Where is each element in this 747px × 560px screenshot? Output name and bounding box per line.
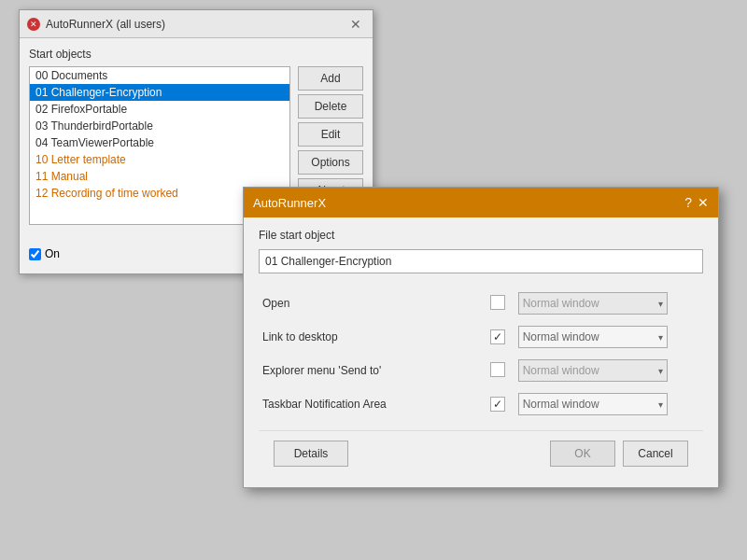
add-button[interactable]: Add xyxy=(298,66,363,91)
bg-window-title: AutoRunnerX (all users) xyxy=(46,18,165,31)
option-checkbox-3[interactable] xyxy=(490,397,505,412)
option-dropdown-text-0: Normal window xyxy=(523,297,599,310)
option-dropdown-cell-2: Normal window▾ xyxy=(514,354,703,387)
delete-button[interactable]: Delete xyxy=(298,94,363,119)
fg-dialog: AutoRunnerX ? ✕ File start object OpenNo… xyxy=(243,187,719,488)
app-icon xyxy=(27,18,40,31)
list-item[interactable]: 11 Manual xyxy=(30,168,289,185)
bg-titlebar: AutoRunnerX (all users) ✕ xyxy=(20,10,373,38)
details-button[interactable]: Details xyxy=(274,441,348,467)
options-table: OpenNormal window▾Link to desktopNormal … xyxy=(259,287,703,421)
option-label-0: Open xyxy=(259,287,481,320)
option-checkbox-cell-3 xyxy=(481,387,514,421)
option-label-2: Explorer menu 'Send to' xyxy=(259,354,481,387)
option-checkbox-cell-0 xyxy=(481,287,514,320)
option-dropdown-cell-0: Normal window▾ xyxy=(514,287,703,320)
list-item[interactable]: 04 TeamViewerPortable xyxy=(30,134,289,151)
option-dropdown-3[interactable]: Normal window▾ xyxy=(518,393,668,415)
option-dropdown-text-1: Normal window xyxy=(523,330,599,343)
list-item[interactable]: 02 FirefoxPortable xyxy=(30,101,289,118)
option-dropdown-cell-1: Normal window▾ xyxy=(514,320,703,354)
bg-title-left: AutoRunnerX (all users) xyxy=(27,18,165,31)
option-dropdown-cell-3: Normal window▾ xyxy=(514,387,703,421)
cancel-button[interactable]: Cancel xyxy=(623,441,688,467)
fg-titlebar: AutoRunnerX ? ✕ xyxy=(244,188,718,217)
file-name-input[interactable] xyxy=(259,249,703,273)
dropdown-arrow-0: ▾ xyxy=(658,299,663,309)
list-item[interactable]: 00 Documents xyxy=(30,67,289,84)
fg-help-button[interactable]: ? xyxy=(684,195,692,210)
option-dropdown-text-3: Normal window xyxy=(523,398,599,411)
dropdown-arrow-3: ▾ xyxy=(658,399,663,410)
option-dropdown-2: Normal window▾ xyxy=(518,359,668,382)
option-checkbox-0[interactable] xyxy=(490,295,505,310)
option-label-1: Link to desktop xyxy=(259,320,481,354)
on-checkbox[interactable] xyxy=(29,248,41,260)
fg-close-button[interactable]: ✕ xyxy=(698,195,709,210)
option-dropdown-text-2: Normal window xyxy=(523,364,599,377)
fg-footer: Details OK Cancel xyxy=(259,430,703,476)
edit-button[interactable]: Edit xyxy=(298,122,363,147)
group-label: Start objects xyxy=(29,48,363,61)
option-dropdown-1[interactable]: Normal window▾ xyxy=(518,326,668,348)
dropdown-arrow-2: ▾ xyxy=(658,366,663,376)
on-label: On xyxy=(45,247,60,260)
list-item[interactable]: 03 ThunderbirdPortable xyxy=(30,118,289,134)
options-button[interactable]: Options xyxy=(298,150,363,175)
list-item[interactable]: 01 Challenger-Encryption xyxy=(30,84,289,101)
option-dropdown-0: Normal window▾ xyxy=(518,292,668,315)
list-item[interactable]: 10 Letter template xyxy=(30,151,289,168)
file-section-label: File start object xyxy=(259,229,703,242)
on-checkbox-label[interactable]: On xyxy=(29,247,60,260)
fg-ok-button[interactable]: OK xyxy=(550,441,615,467)
bg-close-button[interactable]: ✕ xyxy=(346,15,365,34)
option-checkbox-cell-2 xyxy=(481,354,514,387)
fg-footer-right: OK Cancel xyxy=(550,441,688,467)
dropdown-arrow-1: ▾ xyxy=(658,332,663,343)
option-checkbox-2[interactable] xyxy=(490,362,505,377)
fg-title: AutoRunnerX xyxy=(253,196,326,210)
option-label-3: Taskbar Notification Area xyxy=(259,387,481,421)
fg-body: File start object OpenNormal window▾Link… xyxy=(244,217,718,487)
option-checkbox-cell-1 xyxy=(481,320,514,354)
option-checkbox-1[interactable] xyxy=(490,329,505,344)
fg-title-controls: ? ✕ xyxy=(684,195,709,210)
